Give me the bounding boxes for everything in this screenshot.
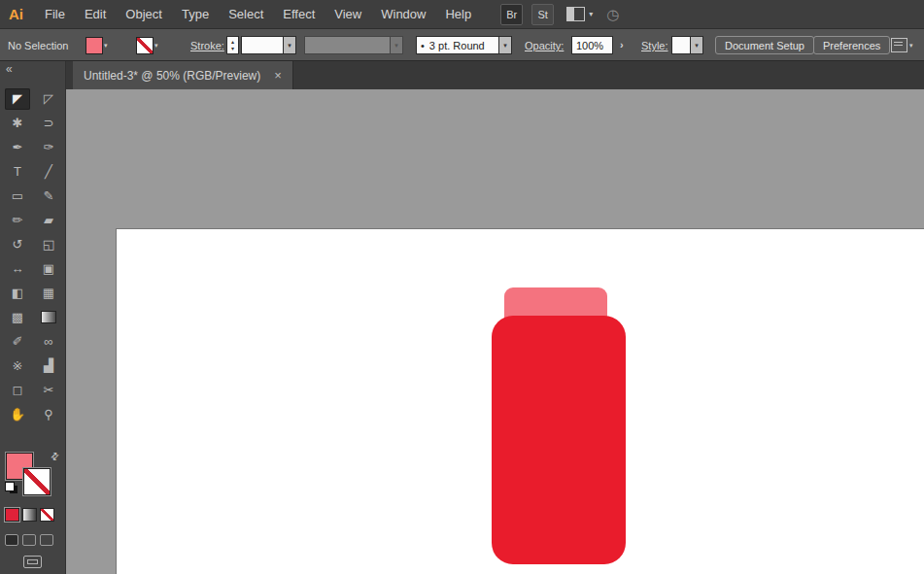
- none-button[interactable]: [40, 508, 54, 522]
- line-segment-tool[interactable]: ╱: [36, 161, 61, 183]
- stroke-weight-dropdown-icon[interactable]: ▾: [283, 36, 296, 54]
- eyedropper-tool[interactable]: ✐: [5, 331, 30, 353]
- screen-mode-button[interactable]: [23, 556, 42, 568]
- tab-close-icon[interactable]: ×: [274, 68, 282, 83]
- brush-definition-dropdown[interactable]: [304, 36, 391, 54]
- artboard-tool[interactable]: ◻: [5, 380, 30, 401]
- control-bar: No Selection ▾ ▾ Stroke: ▴ ▾ ▾ ▾ • 3 pt.…: [0, 29, 924, 61]
- stroke-label[interactable]: Stroke:: [190, 40, 224, 51]
- opacity-label[interactable]: Opacity:: [525, 40, 564, 51]
- gradient-button[interactable]: [22, 508, 37, 522]
- bridge-button[interactable]: Br: [500, 4, 523, 25]
- document-setup-button[interactable]: Document Setup: [715, 36, 814, 54]
- menu-object[interactable]: Object: [116, 7, 172, 21]
- menu-view[interactable]: View: [325, 7, 371, 21]
- paint-mode-row: [5, 508, 54, 522]
- draw-inside-button[interactable]: [40, 534, 53, 546]
- pen-tool[interactable]: ✒: [5, 137, 30, 158]
- stroke-weight-stepper[interactable]: ▴ ▾: [226, 36, 239, 54]
- type-tool-icon: T: [14, 165, 21, 178]
- eraser-tool[interactable]: ▰: [36, 210, 61, 231]
- paintbrush-tool-icon: ✎: [44, 189, 54, 202]
- column-graph-tool[interactable]: ▟: [36, 355, 61, 377]
- menu-file[interactable]: File: [35, 7, 75, 21]
- draw-behind-button[interactable]: [22, 534, 36, 546]
- tools-grid: ◤◸✱⊃✒✑T╱▭✎✏▰↺◱↔▣◧▦▩✐∞※▟◻✂✋⚲: [2, 86, 64, 426]
- stroke-swatch[interactable]: [23, 468, 51, 495]
- width-profile-dropdown-icon[interactable]: ▾: [498, 36, 512, 54]
- free-transform-tool[interactable]: ▣: [36, 258, 61, 280]
- menu-edit[interactable]: Edit: [75, 7, 116, 21]
- lasso-tool-icon: ⊃: [44, 117, 54, 129]
- direct-selection-tool[interactable]: ◸: [36, 88, 61, 110]
- width-tool[interactable]: ↔: [5, 258, 30, 280]
- zoom-tool[interactable]: ⚲: [36, 404, 61, 425]
- column-graph-tool-icon: ▟: [44, 359, 53, 372]
- control-panel-menu-icon[interactable]: [891, 38, 907, 52]
- free-transform-tool-icon: ▣: [43, 262, 54, 275]
- lasso-tool[interactable]: ⊃: [36, 113, 61, 134]
- preferences-button[interactable]: Preferences: [813, 36, 890, 54]
- width-tool-icon: ↔: [12, 262, 24, 275]
- scale-tool-icon: ◱: [43, 238, 54, 251]
- canvas-area[interactable]: [66, 89, 924, 574]
- opacity-input[interactable]: 100%: [571, 36, 613, 54]
- curvature-tool[interactable]: ✑: [36, 137, 61, 158]
- shape-builder-tool[interactable]: ◧: [5, 283, 30, 304]
- scale-tool[interactable]: ◱: [36, 234, 61, 255]
- swap-fill-stroke-icon[interactable]: ⇄: [48, 450, 61, 463]
- control-panel-menu-dropdown-icon[interactable]: ▾: [909, 42, 913, 50]
- rotate-tool[interactable]: ↺: [5, 234, 30, 255]
- stroke-weight-input[interactable]: [241, 36, 284, 54]
- paintbrush-tool[interactable]: ✎: [36, 186, 61, 207]
- stepper-down-icon[interactable]: ▾: [231, 46, 234, 52]
- document-tab[interactable]: Untitled-3* @ 50% (RGB/Preview) ×: [73, 61, 293, 89]
- brush-definition-dropdown-icon[interactable]: ▾: [390, 36, 403, 54]
- menu-select[interactable]: Select: [219, 7, 273, 21]
- width-profile-bullet-icon: •: [421, 40, 425, 51]
- arrange-documents-icon[interactable]: [566, 7, 585, 21]
- arrange-documents-dropdown-icon[interactable]: ▾: [589, 10, 593, 18]
- pencil-tool[interactable]: ✏: [5, 210, 30, 231]
- pencil-tool-icon: ✏: [13, 214, 23, 226]
- opacity-flyout-icon[interactable]: ›: [620, 39, 624, 51]
- style-dropdown[interactable]: [671, 36, 691, 54]
- fill-dropdown-icon[interactable]: ▾: [104, 42, 108, 50]
- color-button[interactable]: [5, 508, 19, 522]
- slice-tool[interactable]: ✂: [36, 380, 61, 401]
- draw-normal-button[interactable]: [5, 534, 18, 546]
- selection-tool[interactable]: ◤: [5, 88, 30, 110]
- fill-color-swatch[interactable]: [86, 37, 103, 54]
- rotate-tool-icon: ↺: [13, 238, 23, 251]
- menubar-items: FileEditObjectTypeSelectEffectViewWindow…: [35, 7, 481, 21]
- style-dropdown-icon[interactable]: ▾: [690, 36, 703, 54]
- stock-button[interactable]: St: [531, 4, 554, 25]
- default-fill-square: [5, 482, 15, 491]
- menu-window[interactable]: Window: [371, 7, 435, 21]
- menu-effect[interactable]: Effect: [273, 7, 325, 21]
- magic-wand-tool[interactable]: ✱: [5, 113, 30, 134]
- stroke-dropdown-icon[interactable]: ▾: [154, 42, 158, 50]
- perspective-grid-tool[interactable]: ▦: [36, 283, 61, 304]
- width-profile-dropdown[interactable]: • 3 pt. Round: [416, 36, 499, 54]
- document-tab-bar: Untitled-3* @ 50% (RGB/Preview) ×: [66, 61, 924, 89]
- stepper-up-icon[interactable]: ▴: [231, 39, 234, 46]
- collapse-tools-panel-button[interactable]: «: [6, 62, 13, 76]
- type-tool[interactable]: T: [5, 161, 30, 183]
- artboard-tool-icon: ◻: [13, 384, 23, 396]
- hand-tool[interactable]: ✋: [5, 404, 30, 425]
- stroke-color-swatch[interactable]: [136, 37, 154, 54]
- menu-help[interactable]: Help: [435, 7, 481, 21]
- blend-tool[interactable]: ∞: [36, 331, 61, 353]
- default-fill-stroke-icon[interactable]: [5, 482, 20, 495]
- gradient-tool[interactable]: [36, 307, 61, 328]
- mesh-tool[interactable]: ▩: [5, 307, 30, 328]
- touch-workspace-icon[interactable]: ◷: [606, 6, 619, 23]
- rectangle-tool[interactable]: ▭: [5, 186, 30, 207]
- symbol-sprayer-tool[interactable]: ※: [5, 355, 30, 377]
- style-label[interactable]: Style:: [641, 40, 668, 51]
- line-segment-tool-icon: ╱: [45, 165, 52, 178]
- bottle-body-shape[interactable]: [492, 316, 626, 564]
- menu-type[interactable]: Type: [172, 7, 219, 21]
- symbol-sprayer-tool-icon: ※: [13, 359, 23, 372]
